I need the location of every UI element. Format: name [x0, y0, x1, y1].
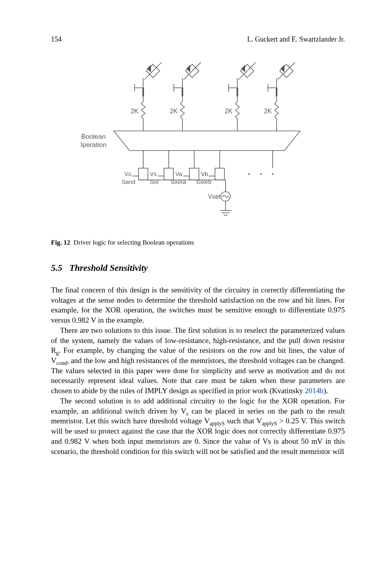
svg-line-10 [184, 62, 201, 80]
svg-rect-42 [138, 168, 148, 180]
svg-point-52 [272, 173, 273, 175]
svg-rect-15 [182, 88, 183, 96]
svg-rect-48 [215, 168, 224, 180]
resistor-label-2: 2K [170, 108, 178, 114]
vs2-top: Vs [150, 171, 157, 177]
page-header: 154 L. Guckert and E. Swartzlander Jr. [51, 35, 345, 44]
vb-bot: Sxorb [196, 178, 211, 185]
va-bot: Sxora [171, 178, 186, 185]
va-top: Va [175, 171, 182, 177]
svg-marker-2 [148, 65, 151, 72]
svg-marker-36 [114, 131, 300, 151]
circuit-diagram: 2K [80, 62, 316, 227]
caption-label: Fig. 12 [51, 239, 70, 246]
resistor-label-1: 2K [131, 108, 138, 114]
operation-label: Operation [80, 141, 107, 149]
svg-point-50 [248, 173, 250, 175]
vb-top: Vb [201, 171, 208, 177]
paragraph-3: The second solution is to add additional… [51, 396, 345, 456]
section-heading: 5.5Threshold Sensitivity [51, 263, 345, 273]
header-authors: L. Guckert and E. Swartzlander Jr. [247, 35, 345, 44]
section-number: 5.5 [51, 263, 62, 273]
body-text: The final concern of this design is the … [51, 285, 345, 456]
citation-year[interactable]: 2014b [305, 387, 324, 395]
figure: 2K [51, 62, 345, 227]
svg-line-1 [144, 62, 162, 80]
svg-marker-29 [281, 65, 284, 72]
paragraph-2: There are two solutions to this issue. T… [51, 325, 345, 396]
vs1-top: Vs [124, 171, 131, 177]
section-title-text: Threshold Sensitivity [69, 263, 148, 273]
boolean-label: Boolean [81, 133, 106, 140]
paragraph-1: The final concern of this design is the … [51, 285, 345, 325]
svg-rect-24 [237, 88, 238, 96]
svg-rect-6 [142, 88, 144, 96]
svg-line-28 [278, 62, 295, 80]
vset-label: Vset [208, 193, 221, 200]
svg-marker-11 [187, 65, 190, 72]
resistor-label-4: 2K [264, 108, 272, 114]
page-number: 154 [51, 35, 62, 44]
figure-caption: Fig. 12 Driver logic for selecting Boole… [51, 239, 345, 247]
caption-text: Driver logic for selecting Boolean opera… [74, 239, 194, 246]
vs1-bot: Sand [122, 178, 135, 185]
svg-line-19 [239, 62, 256, 80]
svg-point-51 [260, 173, 262, 175]
svg-marker-20 [242, 65, 245, 72]
vs2-bot: Sor [150, 178, 159, 185]
resistor-label-3: 2K [225, 108, 233, 114]
svg-rect-33 [276, 88, 277, 96]
